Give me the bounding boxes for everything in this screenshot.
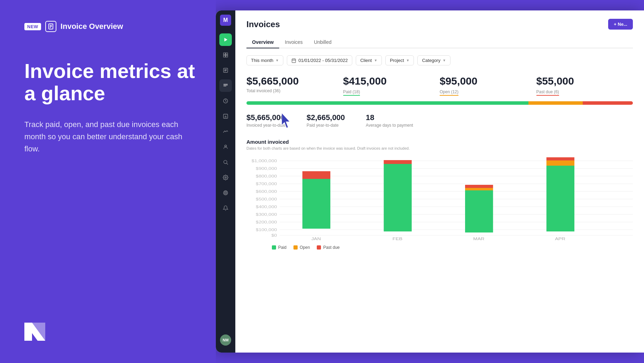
legend-pastdue-label: Past due	[323, 245, 339, 250]
app-sidebar: M	[216, 10, 235, 353]
svg-text:$100,000: $100,000	[256, 228, 277, 232]
tab-overview[interactable]: Overview	[246, 37, 279, 48]
project-filter[interactable]: Project ▼	[385, 55, 414, 65]
main-header: Invoices + Ne...	[246, 19, 633, 30]
bar-feb-paid	[384, 164, 411, 231]
svg-text:$300,000: $300,000	[256, 213, 277, 216]
total-invoiced-label: Total invoiced (36)	[246, 88, 335, 93]
sidebar-icon-bell[interactable]	[219, 202, 232, 214]
sidebar-icon-invoice[interactable]	[219, 79, 232, 92]
svg-rect-5	[223, 53, 225, 55]
bar-apr-pastdue	[547, 157, 574, 160]
left-panel: NEW Invoice Overview Invoice metrics at …	[0, 0, 216, 363]
tab-invoices[interactable]: Invoices	[279, 37, 308, 48]
paid-ytd-label: Paid year-to-date	[307, 123, 345, 128]
legend-paid: Paid	[272, 245, 286, 250]
progress-paid	[246, 101, 528, 105]
bar-feb-pastdue	[384, 160, 411, 164]
svg-text:$900,000: $900,000	[256, 167, 277, 171]
metric-total: $5,665,000 Total invoiced (36)	[246, 75, 343, 96]
svg-marker-4	[225, 38, 228, 42]
legend-pastdue-dot	[317, 245, 321, 250]
sidebar-icon-target[interactable]	[219, 187, 232, 199]
metric-paid: $415,000 Paid (18)	[343, 75, 440, 96]
sidebar-icon-play[interactable]	[219, 33, 232, 46]
bar-mar-open	[465, 188, 493, 190]
sidebar-icon-dashboard[interactable]	[219, 49, 232, 61]
pastdue-label: Past due (6)	[536, 89, 559, 96]
tab-unbilled[interactable]: Unbilled	[308, 37, 337, 48]
sidebar-icon-clock[interactable]	[219, 95, 232, 107]
avg-days-value: 18	[366, 113, 413, 122]
sidebar-logo: M	[220, 15, 231, 26]
user-avatar[interactable]: NM	[220, 334, 231, 346]
sidebar-icon-search[interactable]	[219, 156, 232, 168]
bar-apr-paid	[547, 166, 574, 231]
filters-bar: This month ▼ 01/01/2022 - 05/31/2022 Cli…	[246, 55, 633, 65]
svg-text:$0: $0	[271, 234, 277, 237]
top-bar: NEW Invoice Overview	[24, 21, 195, 32]
svg-point-18	[225, 145, 226, 147]
bar-chart: $1,000,000 $900,000 $800,000 $700,000 $6…	[246, 157, 633, 241]
metric-open: $95,000 Open (12)	[440, 75, 536, 96]
bar-mar-paid	[465, 190, 493, 232]
invoice-icon	[45, 21, 56, 32]
sidebar-icon-list[interactable]	[219, 64, 232, 77]
legend-open-label: Open	[300, 245, 310, 250]
progress-open	[528, 101, 582, 105]
paid-label: Paid (18)	[343, 89, 360, 96]
sec-metric-avg-days: 18 Average days to payment	[366, 113, 413, 128]
legend-open: Open	[293, 245, 310, 250]
date-range-filter[interactable]: 01/01/2022 - 05/31/2022	[287, 55, 352, 65]
svg-text:$200,000: $200,000	[256, 220, 277, 224]
legend-pastdue: Past due	[317, 245, 339, 250]
chart-legend: Paid Open Past due	[246, 245, 633, 250]
metric-pastdue: $55,000 Past due (6)	[536, 75, 633, 96]
svg-rect-6	[226, 53, 228, 55]
legend-paid-dot	[272, 245, 276, 250]
secondary-metrics: $5,665,000 Invoiced year-to-date $2,665,…	[246, 113, 633, 128]
chart-title: Amount invoiced	[246, 139, 633, 145]
tabs-bar: Overview Invoices Unbilled	[246, 37, 633, 48]
chart-section: Amount invoiced Dates for both charts ar…	[246, 139, 633, 250]
new-invoice-button[interactable]: + Ne...	[608, 19, 633, 30]
svg-text:$800,000: $800,000	[256, 174, 277, 178]
bar-mar-pastdue	[465, 185, 493, 188]
svg-point-24	[225, 192, 226, 193]
pastdue-value: $55,000	[536, 75, 625, 87]
total-invoiced-value: $5,665,000	[246, 75, 335, 87]
new-badge: NEW	[24, 23, 41, 30]
invoiced-ytd-label: Invoiced year-to-date	[246, 123, 286, 128]
svg-text:$1,000,000: $1,000,000	[252, 159, 277, 163]
sidebar-icon-reports[interactable]	[219, 110, 232, 123]
svg-text:$400,000: $400,000	[256, 205, 277, 209]
browser-window: M	[216, 10, 644, 353]
sec-metric-paid-ytd: $2,665,000 Paid year-to-date	[307, 113, 345, 128]
metrics-row: $5,665,000 Total invoiced (36) $415,000 …	[246, 75, 633, 96]
chart-subtitle: Dates for both charts are based on when …	[246, 146, 633, 150]
main-content: Invoices + Ne... Overview Invoices Unbil…	[235, 10, 644, 353]
svg-rect-8	[226, 55, 228, 57]
svg-text:APR: APR	[555, 237, 565, 241]
legend-open-dot	[293, 245, 298, 250]
app-title: Invoice Overview	[61, 22, 123, 31]
sidebar-icon-chart[interactable]	[219, 125, 232, 138]
client-filter[interactable]: Client ▼	[356, 55, 382, 65]
period-filter[interactable]: This month ▼	[246, 55, 283, 65]
svg-rect-7	[223, 55, 225, 57]
svg-line-20	[227, 163, 228, 165]
category-filter[interactable]: Category ▼	[417, 55, 450, 65]
subtext: Track paid, open, and past due invoices …	[24, 118, 195, 155]
progress-pastdue	[583, 101, 633, 105]
svg-rect-25	[292, 59, 296, 63]
page-title: Invoices	[246, 19, 280, 29]
svg-text:$600,000: $600,000	[256, 190, 277, 194]
paid-value: $415,000	[343, 75, 432, 87]
avg-days-label: Average days to payment	[366, 123, 413, 128]
svg-text:FEB: FEB	[393, 237, 402, 241]
progress-bar	[246, 101, 633, 105]
headline: Invoice metrics at a glance	[24, 60, 195, 104]
sidebar-icon-settings[interactable]	[219, 171, 232, 184]
sidebar-icon-user[interactable]	[219, 141, 232, 153]
svg-text:$700,000: $700,000	[256, 182, 277, 186]
